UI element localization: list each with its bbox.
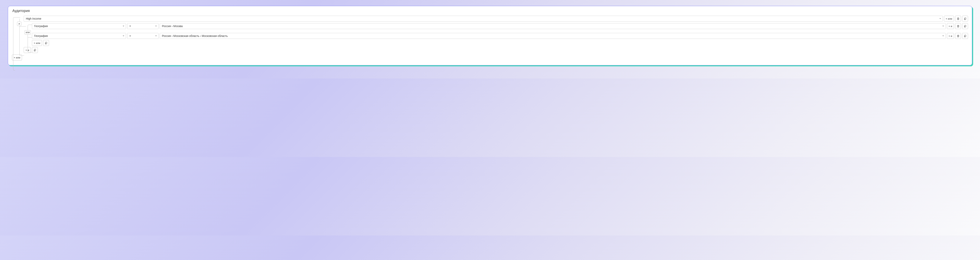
group-actions-row: + и (24, 47, 968, 53)
connector-line (19, 26, 26, 27)
audience-panel: Аудитория High Income + или (8, 6, 972, 65)
segment-row: High Income + или (24, 16, 968, 22)
add-or-button[interactable]: + или (32, 40, 42, 46)
copy-icon (33, 49, 37, 52)
join-and-badge[interactable]: и (17, 22, 21, 26)
delete-button[interactable] (955, 16, 961, 22)
value-text: Россия › Москва (162, 24, 183, 28)
add-and-button[interactable]: + и (947, 23, 954, 29)
copy-button[interactable] (962, 16, 968, 22)
field-select[interactable]: География (32, 33, 126, 39)
rule-row: География = Россия › Москва + и (32, 23, 968, 29)
trash-icon (957, 25, 959, 28)
delete-button[interactable] (955, 33, 961, 39)
rule-row: География = Россия › Московская область … (32, 33, 968, 39)
copy-button[interactable] (962, 33, 968, 39)
copy-button[interactable] (32, 47, 38, 53)
add-or-button[interactable]: + или (944, 16, 954, 22)
add-and-button[interactable]: + и (947, 33, 954, 39)
operator-select[interactable]: = (127, 23, 159, 29)
copy-button[interactable] (43, 40, 49, 46)
join-or-badge[interactable]: или (24, 30, 31, 35)
add-or-label: + или (34, 41, 40, 45)
panel-title: Аудитория (12, 9, 968, 13)
connector-elbow (28, 25, 32, 27)
segment-value: High Income (26, 17, 41, 20)
copy-icon (964, 25, 967, 28)
copy-button[interactable] (962, 23, 968, 29)
value-select[interactable]: Россия › Москва (160, 23, 946, 29)
add-and-label: + и (949, 25, 952, 28)
audience-panel-wrap: Аудитория High Income + или (8, 6, 972, 65)
add-and-label: + и (949, 35, 952, 37)
field-select[interactable]: География (32, 23, 126, 29)
connector-elbow (28, 49, 32, 53)
trash-icon (957, 17, 959, 20)
copy-icon (45, 41, 48, 45)
group-actions-row: + или (32, 40, 968, 46)
add-or-label: + или (946, 17, 952, 20)
group-level-1: High Income + или и (24, 16, 968, 53)
delete-button[interactable] (955, 23, 961, 29)
segment-select[interactable]: High Income (24, 16, 943, 22)
group-level-2: или География = Россия › Москва + и (32, 23, 968, 46)
field-value: География (34, 24, 48, 28)
connector-elbow (13, 17, 20, 19)
operator-select[interactable]: = (127, 33, 159, 39)
value-select[interactable]: Россия › Московская область › Московская… (160, 33, 946, 39)
add-or-label: + или (14, 56, 20, 59)
trash-icon (957, 35, 959, 37)
value-text: Россия › Московская область › Московская… (162, 34, 228, 37)
connector-elbow (13, 68, 15, 70)
field-value: География (34, 34, 48, 37)
operator-value: = (129, 34, 131, 37)
root-actions-row: + или (12, 54, 968, 61)
rule-builder: High Income + или и (12, 16, 968, 61)
copy-icon (964, 35, 967, 37)
copy-icon (964, 17, 967, 20)
operator-value: = (129, 24, 131, 28)
connector-elbow (19, 53, 24, 56)
